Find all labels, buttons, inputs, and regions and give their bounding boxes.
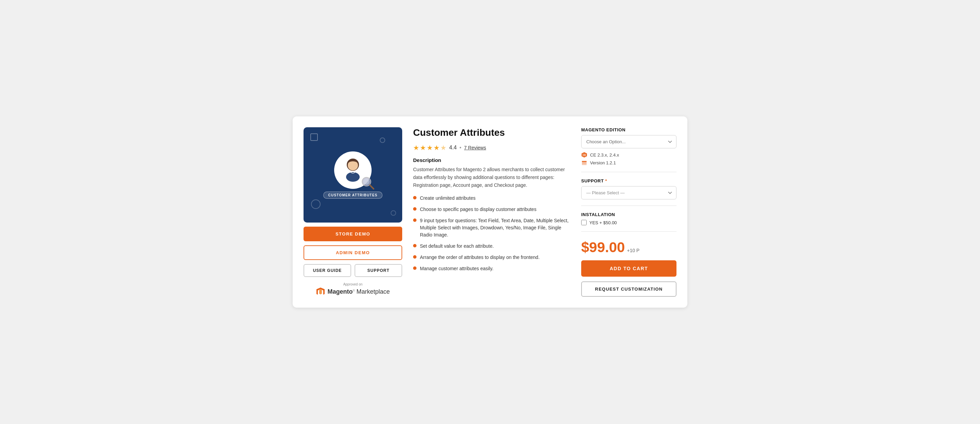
feature-text: Arrange the order of attributes to displ… [420,254,540,261]
bullet-dot [413,218,417,222]
description-label: Description [413,157,570,163]
feature-item-2: Choose to specific pages to display cust… [413,206,570,213]
installation-checkbox[interactable] [581,220,587,225]
feature-text: Set default value for each attribute. [420,242,494,250]
separator-dot: • [460,145,461,151]
price-value: $99.00 [581,239,625,255]
divider-3 [581,231,676,232]
version-row: Version 1.2.1 [581,159,676,166]
edition-dropdown-wrapper: Choose an Option...CE 2.3.x, 2.4.x [581,135,676,148]
edition-section: MAGENTO EDITION Choose an Option...CE 2.… [581,127,676,166]
feature-text: Manage customer attributes easily. [420,265,493,272]
rating-number: 4.4 [449,145,457,151]
star-3: ★ [427,143,433,152]
bullet-dot [413,255,417,258]
product-badge: CUSTOMER ATTRIBUTES [323,191,383,199]
star-5: ★ [440,143,447,152]
support-button[interactable]: SUPPORT [355,264,402,277]
feature-text: Choose to specific pages to display cust… [420,206,536,213]
bullet-dot [413,207,417,210]
approved-text: Approved on [343,282,363,286]
ce-version-text: CE 2.3.x, 2.4.x [590,153,619,158]
feature-item-5: Arrange the order of attributes to displ… [413,254,570,261]
right-column: MAGENTO EDITION Choose an Option...CE 2.… [581,127,676,297]
deco-square [310,133,318,141]
feature-item-3: 9 input types for questions: Text Field,… [413,217,570,239]
version-text: Version 1.2.1 [590,160,616,166]
description-text: Customer Attributes for Magento 2 allows… [413,166,570,189]
required-star: * [605,178,607,183]
support-select[interactable]: — Please Select — [581,186,676,199]
price-suffix: +10 P [627,248,640,253]
edition-select[interactable]: Choose an Option...CE 2.3.x, 2.4.x [581,135,676,148]
feature-list: Create unlimited attributesChoose to spe… [413,194,570,272]
magento-logo-row: Magento® Marketplace [316,287,390,296]
magento-badge: Approved on Magento® Marketplace [316,282,390,296]
version-stack-icon [581,159,587,166]
product-image-box: CUSTOMER ATTRIBUTES [304,127,402,223]
divider-2 [581,206,676,206]
ce-version-row: CE CE 2.3.x, 2.4.x [581,152,676,158]
feature-item-4: Set default value for each attribute. [413,242,570,250]
small-buttons-row: USER GUIDE SUPPORT [304,264,402,277]
support-label: SUPPORT * [581,178,676,183]
magento-brand-text: Magento® Marketplace [327,288,390,295]
admin-demo-button[interactable]: ADMIN DEMO [304,245,402,260]
deco-circle-br [391,210,396,216]
product-title: Customer Attributes [413,127,570,138]
magento-logo-icon [316,287,325,296]
installation-section: INSTALLATION YES + $50.00 [581,212,676,225]
feature-item-6: Manage customer attributes easily. [413,265,570,272]
request-customization-button[interactable]: REQUEST CUSTOMIZATION [581,281,676,297]
installation-option-label[interactable]: YES + $50.00 [589,220,617,225]
feature-text: Create unlimited attributes [420,194,476,202]
svg-rect-9 [582,164,587,165]
magento-word: Magento [327,288,353,295]
installation-label: INSTALLATION [581,212,676,217]
star-4: ★ [434,143,440,152]
svg-point-2 [346,172,360,182]
left-column: CUSTOMER ATTRIBUTES STORE DEMO ADMIN DEM… [304,127,402,297]
bullet-dot [413,244,417,247]
reviews-link[interactable]: 7 Reviews [464,145,486,150]
svg-text:CE: CE [582,154,586,156]
installation-row: YES + $50.00 [581,220,676,225]
product-card: CUSTOMER ATTRIBUTES STORE DEMO ADMIN DEM… [293,116,687,308]
edition-meta: CE CE 2.3.x, 2.4.x Version 1.2.1 [581,152,676,166]
support-section: SUPPORT * — Please Select — [581,178,676,199]
bullet-dot [413,196,417,199]
svg-rect-7 [582,161,587,162]
add-to-cart-button[interactable]: ADD TO CART [581,260,676,277]
deco-circle-bl [311,199,321,209]
feature-text: 9 input types for questions: Text Field,… [420,217,570,239]
description-section: Description Customer Attributes for Mage… [413,157,570,189]
marketplace-word: Marketplace [356,288,390,295]
svg-rect-8 [582,163,587,164]
star-1: ★ [413,143,419,152]
ce-icon: CE [581,152,587,158]
price-row: $99.00 +10 P [581,239,676,255]
feature-item-1: Create unlimited attributes [413,194,570,202]
avatar-circle [334,151,372,189]
rating-row: ★ ★ ★ ★ ★ 4.4 • 7 Reviews [413,143,570,152]
edition-label: MAGENTO EDITION [581,127,676,132]
store-demo-button[interactable]: STORE DEMO [304,226,402,241]
star-2: ★ [420,143,426,152]
deco-circle-tl [380,137,385,143]
support-dropdown-wrapper: — Please Select — [581,186,676,199]
bullet-dot [413,266,417,270]
svg-line-5 [370,185,374,189]
magnifier-icon [361,176,375,190]
middle-column: Customer Attributes ★ ★ ★ ★ ★ 4.4 • 7 Re… [413,127,570,297]
svg-point-4 [363,179,369,185]
user-guide-button[interactable]: USER GUIDE [304,264,351,277]
star-rating: ★ ★ ★ ★ ★ [413,143,447,152]
